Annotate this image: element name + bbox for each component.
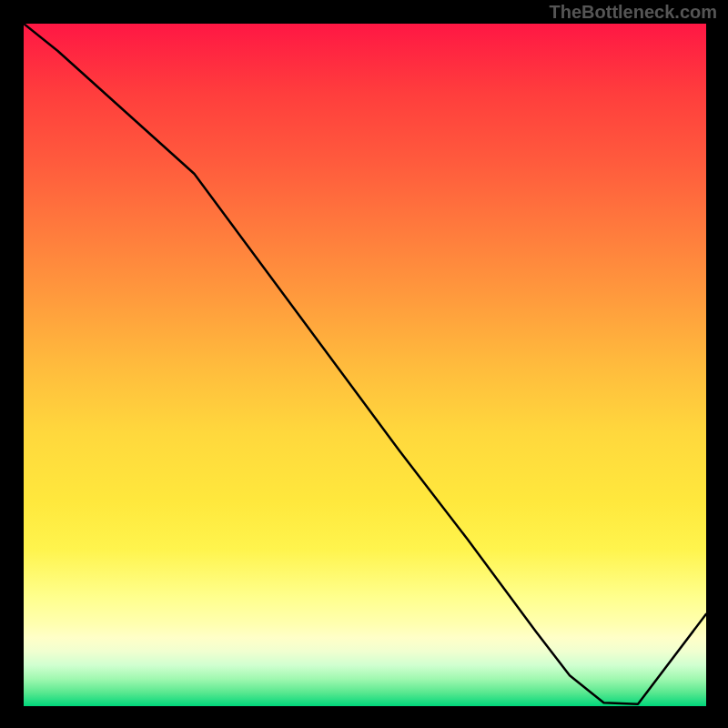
chart-area <box>23 23 707 707</box>
chart-line <box>24 24 706 706</box>
watermark-text: TheBottleneck.com <box>550 2 717 23</box>
